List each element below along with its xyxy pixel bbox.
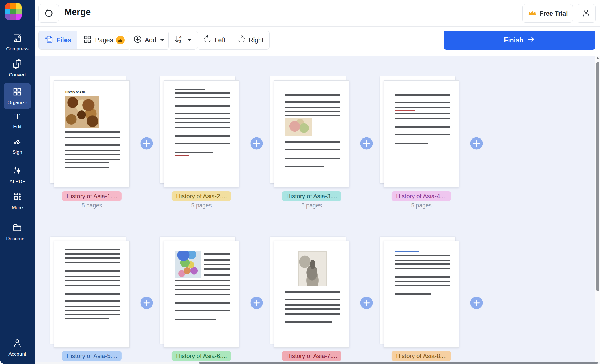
page-thumbnail [54,241,130,348]
insert-file-button[interactable] [470,297,483,309]
sidebar-item-label: AI PDF [10,179,25,185]
sidebar-item-more[interactable]: More [0,192,35,211]
file-page-count: 5 pages [81,202,102,209]
sidebar-item-edit[interactable]: T Edit [0,111,35,130]
thumb-link-text [395,251,419,252]
premium-crown-badge [116,36,125,44]
person-icon [12,338,23,350]
insert-file-button[interactable] [141,137,153,150]
horizontal-scrollbar-thumb[interactable] [199,362,598,364]
insert-file-button[interactable] [470,137,483,150]
file-grid: History of Asia [35,56,595,362]
file-card[interactable] [270,237,349,348]
file-name-chip[interactable]: History of Asia-4.... [392,191,451,201]
sidebar-item-organize[interactable]: Organize [4,83,31,109]
undo-icon [44,8,54,19]
file-card[interactable]: History of Asia [50,76,130,187]
file-name-chip[interactable]: History of Asia-5.... [62,351,122,361]
file-card[interactable] [380,237,459,348]
file-page-count: 5 pages [301,202,322,209]
sidebar-item-label: Organize [8,100,27,106]
sidebar-item-documents[interactable]: Docume... [0,223,35,242]
thumb-image-map [285,118,312,136]
sidebar-item-account[interactable]: Account [0,338,35,357]
insert-file-button[interactable] [251,137,263,150]
svg-text:A: A [179,35,182,39]
thumb-image-colorful-map [175,251,201,278]
organize-grid-icon [12,87,23,98]
svg-text:T: T [15,111,20,121]
thumb-highlight [395,110,415,111]
page-thumbnail [164,80,239,187]
file-card[interactable] [50,237,130,348]
thumb-image-ornament [65,96,99,128]
thumb-highlight [175,155,189,156]
file-page-count: 5 pages [191,202,212,209]
rotate-right-label: Right [249,36,263,44]
topbar: Merge Free Trial [35,0,600,27]
thumb-doc-title: History of Asia [65,91,120,94]
horizontal-scrollbar[interactable] [35,362,600,364]
sidebar-item-label: Account [8,351,26,357]
dots-grid-icon [12,192,23,203]
sort-az-icon: AZ [174,34,184,46]
signature-icon [12,136,23,148]
svg-text:Z: Z [179,40,181,44]
file-name-chip[interactable]: History of Asia-6.... [172,351,231,361]
account-button[interactable] [577,4,596,23]
sidebar-item-label: Sign [12,149,22,155]
add-button[interactable]: Add [128,31,170,50]
app-logo[interactable] [5,3,22,20]
page-thumbnail [384,241,459,348]
sparkles-icon [12,166,23,177]
rotate-left-icon [203,35,212,45]
sidebar-item-compress[interactable]: Compress [0,33,35,52]
free-trial-button[interactable]: Free Trial [522,4,573,23]
sidebar-item-ai-pdf[interactable]: AI PDF [0,166,35,185]
file-name-chip[interactable]: History of Asia-7.... [282,351,341,361]
file-name-chip[interactable]: History of Asia-1.... [62,191,122,201]
page-thumbnail [274,80,349,187]
sidebar-item-label: Docume... [6,236,28,242]
pages-grid-icon [83,35,92,46]
sidebar: Compress Convert Organize T Edit Sign AI… [0,0,35,364]
rotate-left-button[interactable]: Left [197,31,231,49]
insert-file-button[interactable] [360,137,373,150]
files-icon [44,35,54,46]
file-name-chip[interactable]: History of Asia-2.... [172,191,231,201]
sidebar-item-convert[interactable]: Convert [0,59,35,78]
file-card[interactable] [380,76,459,187]
tab-pages[interactable]: Pages [77,31,130,49]
undo-button[interactable] [38,4,59,23]
insert-file-button[interactable] [141,297,153,309]
file-name-chip[interactable]: History of Asia-3.... [282,191,341,201]
finish-button[interactable]: Finish [444,31,595,50]
chevron-down-icon [188,39,192,41]
chevron-down-icon [160,39,164,41]
file-name-chip[interactable]: History of Asia-8.... [392,351,451,361]
sidebar-item-sign[interactable]: Sign [0,136,35,155]
thumb-image-engraving [298,251,327,286]
page-thumbnail [274,241,349,348]
file-card[interactable] [270,76,349,187]
rotate-right-button[interactable]: Right [231,31,269,49]
sidebar-item-label: Convert [9,72,26,78]
convert-icon [12,59,23,71]
plus-circle-icon [133,35,142,45]
sidebar-item-label: Compress [6,46,28,52]
file-page-count: 5 pages [411,202,431,209]
vertical-scrollbar[interactable] [595,56,600,362]
tab-pages-label: Pages [95,36,113,44]
page-thumbnail: History of Asia [54,80,130,187]
insert-file-button[interactable] [360,297,373,309]
page-thumbnail [384,80,459,187]
file-card[interactable] [160,237,239,348]
scroll-up-arrow-icon[interactable] [596,57,599,59]
sidebar-item-label: More [12,205,23,211]
sort-button[interactable]: AZ [168,31,197,50]
insert-file-button[interactable] [251,297,263,309]
free-trial-label: Free Trial [540,10,568,17]
tab-files[interactable]: Files [39,31,77,49]
file-card[interactable] [160,76,239,187]
vertical-scrollbar-thumb[interactable] [596,62,599,291]
